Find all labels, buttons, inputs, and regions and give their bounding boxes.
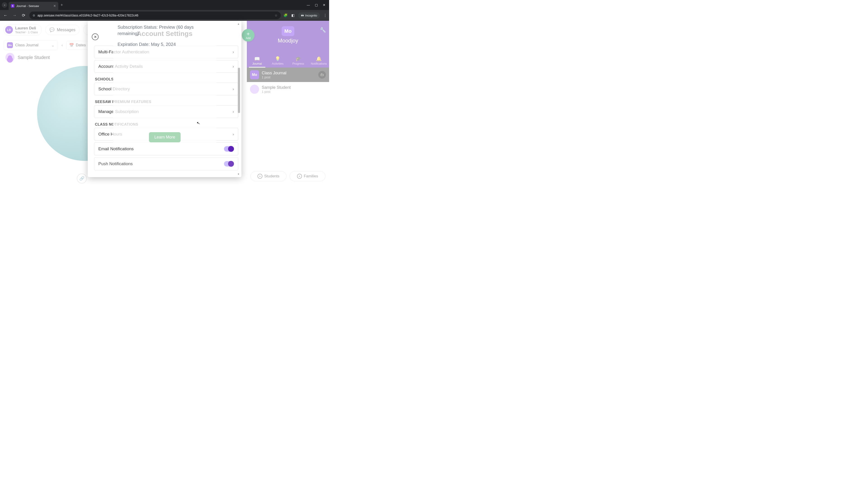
- notifications-icon: 🔔: [309, 56, 329, 61]
- folder-icon[interactable]: 🗀: [318, 71, 326, 78]
- incognito-label: Incognito: [305, 14, 317, 17]
- class-selector[interactable]: Mo Class Journal ⌄: [4, 40, 58, 50]
- chevron-right-icon: ›: [232, 132, 234, 137]
- class-brand-badge: Mo: [282, 26, 294, 36]
- scrollbar-thumb[interactable]: [238, 68, 240, 113]
- back-button[interactable]: ←: [2, 13, 8, 18]
- bookmark-star-icon[interactable]: ☆: [275, 13, 278, 17]
- window-controls: ― ▢ ✕: [307, 3, 327, 7]
- plus-circle-icon: +: [257, 174, 262, 179]
- class-badge: Mo: [7, 42, 13, 48]
- student-avatar-small: [250, 85, 259, 94]
- browser-menu-icon[interactable]: ⋮: [323, 13, 327, 18]
- toggle-email[interactable]: [224, 146, 234, 152]
- sidepanel-icon[interactable]: ◧: [291, 13, 294, 18]
- new-tab-button[interactable]: +: [61, 3, 63, 7]
- row-push-notifications-label: Push Notifications: [98, 161, 133, 166]
- link-attachment-icon[interactable]: 🔗: [77, 173, 87, 184]
- activities-icon: 💡: [268, 56, 288, 61]
- tab-activities[interactable]: 💡Activities: [268, 54, 288, 68]
- add-button[interactable]: + Add: [242, 29, 254, 41]
- sidebar-tabs: 📖Journal 💡Activities 🎓Progress 🔔Notifica…: [247, 54, 329, 68]
- extensions-icon[interactable]: 🧩: [283, 13, 288, 18]
- browser-toolbar: ← → ⟳ ⚙ app.seesaw.me/#/class/class.e01b…: [0, 10, 329, 21]
- tab-search-dropdown[interactable]: ▾: [2, 2, 7, 8]
- students-button[interactable]: + Students: [250, 171, 286, 181]
- tab-progress[interactable]: 🎓Progress: [288, 54, 309, 68]
- class-subbar: Mo Class Journal ⌄ ‹ 📅 Dates: [4, 40, 89, 50]
- dates-button[interactable]: 📅 Dates: [66, 41, 89, 50]
- forward-button[interactable]: →: [11, 13, 18, 18]
- dates-label: Dates: [76, 43, 86, 47]
- tab-close-icon[interactable]: ✕: [53, 4, 56, 8]
- site-settings-icon[interactable]: ⚙: [33, 14, 35, 17]
- modal-close-button[interactable]: ✕: [92, 33, 98, 40]
- close-window-icon[interactable]: ✕: [323, 3, 326, 7]
- chevron-right-icon: ›: [232, 50, 234, 55]
- student-avatar-icon: [5, 53, 14, 62]
- settings-wrench-icon[interactable]: 🔧: [320, 27, 326, 33]
- families-label: Families: [304, 174, 318, 178]
- plus-circle-icon: +: [297, 174, 302, 179]
- row-email-notifications-label: Email Notifications: [98, 147, 133, 151]
- teacher-avatar: LD: [5, 26, 13, 34]
- student-item-sub: 1 post: [262, 90, 291, 94]
- tab-favicon-icon: S: [11, 4, 14, 8]
- row-push-notifications[interactable]: Push Notifications: [94, 157, 238, 170]
- class-item-badge: Mo: [250, 70, 259, 79]
- messages-icon: 💬: [50, 27, 55, 32]
- class-item-title: Class Journal: [262, 71, 286, 75]
- progress-icon: 🎓: [288, 56, 309, 61]
- subscription-info-overlay: Subscription Status: Preview (60 days re…: [113, 21, 217, 147]
- students-label: Students: [264, 174, 279, 178]
- toggle-push[interactable]: [224, 161, 234, 166]
- journal-icon: 📖: [247, 56, 268, 61]
- chevron-down-icon: ⌄: [51, 43, 55, 48]
- modal-scrollbar[interactable]: [237, 23, 241, 175]
- post-author-row[interactable]: Sample Student: [5, 53, 50, 62]
- post-author-name: Sample Student: [18, 55, 50, 60]
- messages-label: Messages: [57, 28, 75, 32]
- url-text: app.seesaw.me/#/class/class.e01bf4c2-9a2…: [37, 13, 272, 17]
- learn-more-button[interactable]: Learn More: [149, 132, 181, 142]
- address-bar[interactable]: ⚙ app.seesaw.me/#/class/class.e01bf4c2-9…: [29, 11, 281, 19]
- calendar-icon: 📅: [69, 43, 74, 48]
- maximize-icon[interactable]: ▢: [315, 3, 318, 7]
- incognito-icon: 🕶: [301, 14, 304, 17]
- subscription-status: Subscription Status: Preview (60 days re…: [118, 24, 212, 37]
- sidebar-item-sample-student[interactable]: Sample Student 1 post: [247, 82, 329, 96]
- reload-button[interactable]: ⟳: [20, 13, 27, 18]
- sidebar-item-class-journal[interactable]: Mo Class Journal 1 post 🗀: [247, 68, 329, 82]
- browser-tab[interactable]: S Journal - Seesaw ✕: [8, 2, 58, 10]
- class-item-sub: 1 post: [262, 75, 286, 79]
- prev-arrow[interactable]: ‹: [61, 43, 64, 47]
- teacher-profile-pill[interactable]: LD Lauren Deli Teacher · 1 Class: [4, 24, 41, 35]
- class-sidebar: + Add 🔧 Mo Moodjoy 📖Journal 💡Activities …: [247, 21, 329, 184]
- tab-notifications[interactable]: 🔔Notifications: [309, 54, 329, 68]
- families-button[interactable]: + Families: [289, 171, 326, 181]
- incognito-badge[interactable]: 🕶 Incognito: [298, 12, 320, 19]
- browser-tab-strip: ▾ S Journal - Seesaw ✕ + ― ▢ ✕: [0, 0, 329, 10]
- chevron-right-icon: ›: [232, 109, 234, 114]
- minimize-icon[interactable]: ―: [307, 3, 310, 7]
- messages-button[interactable]: 💬 Messages: [45, 25, 80, 35]
- subscription-expiry: Expiration Date: May 5, 2024: [118, 41, 212, 47]
- class-selector-label: Class Journal: [15, 43, 38, 47]
- class-brand-name: Moodjoy: [247, 37, 329, 44]
- tab-journal[interactable]: 📖Journal: [247, 54, 268, 68]
- chevron-right-icon: ›: [232, 64, 234, 69]
- student-item-title: Sample Student: [262, 85, 291, 90]
- teacher-role: Teacher · 1 Class: [15, 31, 38, 34]
- add-label: Add: [246, 37, 250, 40]
- chevron-right-icon: ›: [232, 87, 234, 92]
- tab-title: Journal - Seesaw: [16, 4, 39, 8]
- teacher-name: Lauren Deli: [15, 26, 38, 31]
- plus-icon: +: [247, 31, 250, 37]
